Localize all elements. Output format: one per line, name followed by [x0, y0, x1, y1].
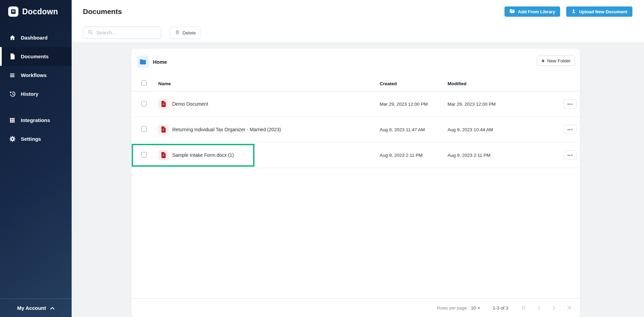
upload-new-document-label: Upload New Document [579, 9, 627, 14]
delete-label: Delete [182, 30, 196, 35]
main-area: Documents Add From Library Upload New Do… [72, 0, 644, 317]
rows-per-page-label: Rows per page: [437, 305, 468, 311]
ellipsis-icon [568, 104, 572, 105]
document-icon [9, 53, 16, 60]
new-folder-label: New Folder [547, 58, 571, 63]
new-folder-button[interactable]: + New Folder [537, 56, 575, 66]
rows-per-page-value: 10 [471, 305, 476, 311]
cell-created: Aug 8, 2023 11:47 AM [380, 127, 448, 132]
first-page-button[interactable] [521, 304, 527, 311]
folder-icon [137, 56, 149, 68]
table-header: Name Created Modified [131, 76, 580, 91]
upload-new-document-button[interactable]: Upload New Document [566, 6, 632, 17]
workflows-icon [9, 72, 16, 79]
plus-icon: + [541, 58, 545, 64]
my-account-label: My Account [17, 305, 46, 311]
sidebar-item-workflows[interactable]: Workflows [0, 66, 72, 85]
previous-page-button[interactable] [536, 304, 542, 311]
ellipsis-icon [568, 155, 572, 156]
pagination-bar: Rows per page: 10 ▾ 1-3 of 3 [131, 298, 580, 317]
caret-down-icon: ▾ [478, 306, 480, 310]
sidebar-item-label: Documents [21, 54, 49, 59]
my-account-button[interactable]: My Account [0, 299, 72, 317]
rows-per-page-select[interactable]: 10 ▾ [471, 305, 480, 311]
cell-created: Mar 29, 2023 12:00 PM [380, 102, 448, 107]
cell-modified: Aug 9, 2023 2:11 PM [448, 153, 563, 158]
pdf-file-icon [158, 99, 169, 109]
trash-icon [175, 30, 180, 36]
row-checkbox[interactable] [141, 152, 147, 157]
column-header-created: Created [380, 81, 448, 86]
last-page-button[interactable] [566, 304, 572, 311]
row-checkbox[interactable] [141, 101, 147, 106]
row-actions-button[interactable] [563, 150, 576, 160]
table-body: Demo Document Mar 29, 2023 12:00 PM Mar … [131, 91, 580, 168]
add-from-library-button[interactable]: Add From Library [504, 6, 560, 17]
pdf-file-icon [158, 124, 169, 135]
docdown-logo-icon [8, 6, 18, 17]
sidebar: Docdown Dashboard Documents Workflows Hi… [0, 0, 72, 317]
chevron-up-icon [50, 305, 55, 311]
search-input[interactable] [96, 30, 157, 35]
sidebar-item-label: Settings [21, 136, 41, 142]
nav-section-divider [0, 103, 72, 111]
sidebar-nav: Dashboard Documents Workflows History I [0, 28, 72, 148]
upload-icon [571, 9, 576, 15]
history-icon [9, 91, 16, 97]
current-folder-label: Home [153, 59, 167, 65]
cell-modified: Aug 9, 2023 10:44 AM [448, 127, 563, 132]
pagination-range: 1-3 of 3 [493, 305, 508, 311]
cell-created: Aug 9, 2023 2:11 PM [380, 153, 448, 158]
sidebar-item-label: Integrations [21, 117, 50, 123]
row-actions-button[interactable] [563, 99, 576, 109]
file-name: Returning Individual Tax Organizer - Mar… [172, 127, 281, 132]
sidebar-item-settings[interactable]: Settings [0, 130, 72, 148]
sidebar-item-label: Workflows [21, 72, 47, 78]
ellipsis-icon [568, 129, 572, 130]
table-row[interactable]: Demo Document Mar 29, 2023 12:00 PM Mar … [131, 91, 580, 117]
content-area: Home + New Folder Name Created Modified [72, 42, 644, 317]
sidebar-item-label: Dashboard [21, 35, 47, 41]
breadcrumb-home[interactable]: Home [137, 56, 167, 68]
page-title: Documents [83, 7, 122, 16]
sidebar-item-label: History [21, 91, 39, 97]
documents-card: Home + New Folder Name Created Modified [131, 49, 580, 317]
file-name: Sample Intake Form.docx (1) [172, 152, 234, 158]
search-box [83, 27, 161, 39]
cell-modified: Mar 29, 2023 12:00 PM [448, 102, 563, 107]
sidebar-item-integrations[interactable]: Integrations [0, 111, 72, 130]
table-row[interactable]: Returning Individual Tax Organizer - Mar… [131, 117, 580, 142]
brand-name: Docdown [22, 7, 58, 16]
row-actions-button[interactable] [563, 125, 576, 134]
sidebar-item-history[interactable]: History [0, 85, 72, 103]
grid-icon [9, 117, 16, 124]
add-from-library-label: Add From Library [518, 9, 555, 14]
select-all-checkbox[interactable] [141, 80, 147, 86]
file-name: Demo Document [172, 101, 208, 107]
search-icon [87, 29, 93, 36]
gear-icon [9, 136, 16, 142]
home-icon [9, 34, 16, 41]
sidebar-item-documents[interactable]: Documents [0, 47, 72, 66]
pdf-file-icon [158, 150, 169, 160]
sidebar-item-dashboard[interactable]: Dashboard [0, 28, 72, 47]
row-checkbox[interactable] [141, 126, 147, 132]
page-header: Documents Add From Library Upload New Do… [72, 0, 644, 42]
table-row[interactable]: Sample Intake Form.docx (1) Aug 9, 2023 … [131, 142, 580, 168]
column-header-modified: Modified [448, 81, 563, 86]
column-header-name: Name [158, 81, 380, 86]
folder-open-icon [510, 9, 515, 15]
delete-button[interactable]: Delete [170, 27, 201, 39]
app-logo[interactable]: Docdown [0, 0, 72, 17]
next-page-button[interactable] [551, 304, 557, 311]
